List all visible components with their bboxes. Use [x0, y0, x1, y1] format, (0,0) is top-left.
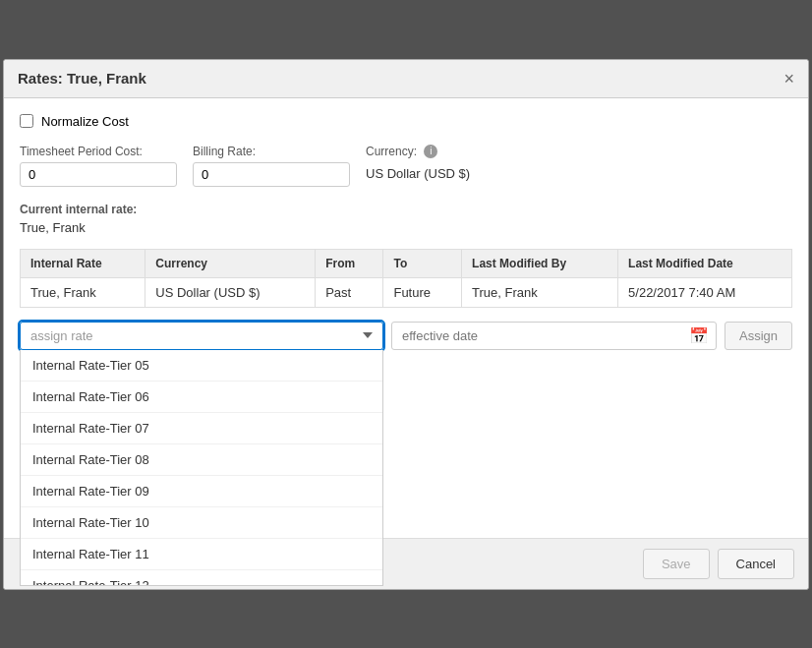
- normalize-cost-label: Normalize Cost: [41, 114, 129, 129]
- cancel-button[interactable]: Cancel: [718, 549, 794, 579]
- col-internal-rate: Internal Rate: [21, 249, 145, 277]
- currency-label: Currency: i: [366, 145, 470, 159]
- modal-header: Rates: True, Frank ×: [4, 60, 808, 98]
- timesheet-period-group: Timesheet Period Cost:: [20, 145, 177, 187]
- currency-value: US Dollar (USD $): [366, 162, 470, 185]
- fields-row: Timesheet Period Cost: Billing Rate: Cur…: [20, 145, 792, 187]
- dropdown-item[interactable]: Internal Rate-Tier 10: [21, 507, 382, 539]
- timesheet-input[interactable]: [20, 162, 177, 187]
- table-row: True, FrankUS Dollar (USD $)PastFutureTr…: [21, 277, 792, 307]
- modal-body: Normalize Cost Timesheet Period Cost: Bi…: [4, 98, 808, 530]
- effective-date-input[interactable]: [391, 322, 717, 350]
- close-button[interactable]: ×: [783, 70, 794, 88]
- dropdown-item[interactable]: Internal Rate-Tier 07: [21, 413, 382, 444]
- assign-rate-dropdown: Internal Rate-Tier 05Internal Rate-Tier …: [20, 350, 383, 586]
- assign-rate-row: assign rate 📅 Assign Internal Rate-Tier …: [20, 322, 792, 350]
- normalize-cost-checkbox[interactable]: [20, 114, 33, 128]
- assign-button[interactable]: Assign: [725, 322, 792, 350]
- col-from: From: [316, 249, 383, 277]
- dropdown-item[interactable]: Internal Rate-Tier 08: [21, 444, 382, 476]
- current-rate-name: True, Frank: [20, 220, 792, 235]
- dropdown-item[interactable]: Internal Rate-Tier 09: [21, 476, 382, 507]
- dropdown-item[interactable]: Internal Rate-Tier 12: [21, 570, 382, 586]
- billing-label: Billing Rate:: [193, 145, 350, 158]
- billing-input[interactable]: [193, 162, 350, 187]
- modal-overlay: Rates: True, Frank × Normalize Cost Time…: [0, 0, 812, 648]
- timesheet-label: Timesheet Period Cost:: [20, 145, 177, 158]
- dropdown-item[interactable]: Internal Rate-Tier 11: [21, 539, 382, 570]
- dropdown-item[interactable]: Internal Rate-Tier 06: [21, 382, 382, 413]
- col-last-modified-by: Last Modified By: [462, 249, 618, 277]
- currency-info-icon[interactable]: i: [424, 145, 437, 158]
- rate-table: Internal Rate Currency From To Last Modi…: [20, 249, 792, 308]
- col-last-modified-date: Last Modified Date: [618, 249, 792, 277]
- assign-rate-select[interactable]: assign rate: [20, 322, 383, 350]
- save-button[interactable]: Save: [643, 549, 710, 579]
- modal-title: Rates: True, Frank: [18, 70, 146, 87]
- modal: Rates: True, Frank × Normalize Cost Time…: [3, 59, 809, 590]
- billing-rate-group: Billing Rate:: [193, 145, 350, 187]
- current-rate-label: Current internal rate:: [20, 203, 792, 216]
- effective-date-wrapper: 📅: [391, 322, 717, 350]
- col-to: To: [383, 249, 462, 277]
- normalize-cost-row: Normalize Cost: [20, 114, 792, 129]
- col-currency: Currency: [145, 249, 316, 277]
- dropdown-item[interactable]: Internal Rate-Tier 05: [21, 350, 382, 382]
- currency-group: Currency: i US Dollar (USD $): [366, 145, 470, 187]
